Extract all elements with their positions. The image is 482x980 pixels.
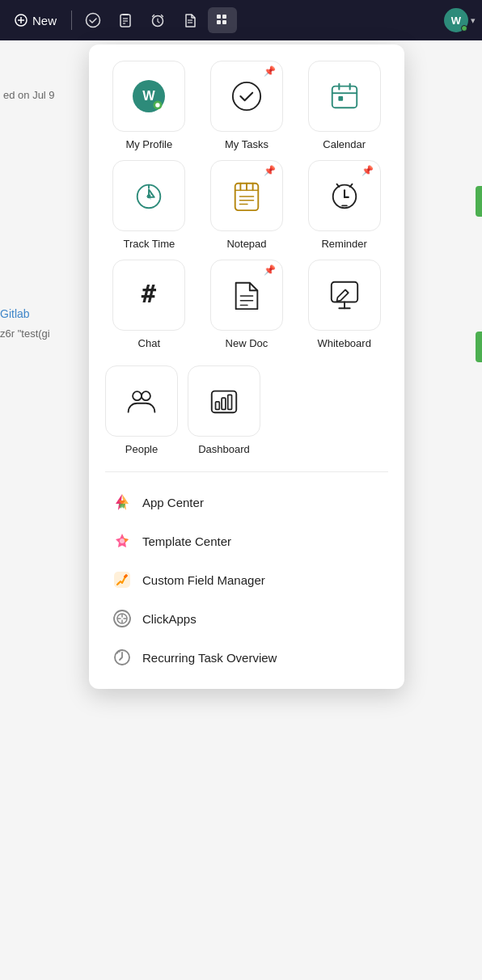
- svg-rect-25: [338, 96, 343, 101]
- new-doc-icon-box: 📌: [210, 260, 283, 331]
- tasks-pin: 📌: [264, 65, 276, 77]
- menu-app-center[interactable]: App Center: [105, 484, 388, 521]
- svg-point-54: [114, 610, 130, 627]
- dashboard-icon-box: [188, 365, 260, 437]
- app-my-profile[interactable]: W My Profile: [105, 61, 193, 150]
- app-dashboard[interactable]: Dashboard: [188, 365, 260, 455]
- app-track-time[interactable]: Track Time: [105, 160, 193, 250]
- svg-point-46: [133, 391, 142, 400]
- calendar-icon-box: [308, 61, 381, 132]
- app-people[interactable]: People: [105, 365, 178, 455]
- apps-dropdown: W My Profile 📌 My Tasks: [89, 44, 404, 689]
- svg-rect-11: [217, 15, 221, 19]
- reminder-icon-box: 📌: [308, 160, 381, 231]
- recurring-task-label: Recurring Task Overview: [142, 651, 277, 665]
- bg-date-text: ed on Jul 9: [3, 89, 55, 101]
- svg-rect-49: [216, 402, 220, 410]
- menu-template-center[interactable]: Template Center: [105, 522, 388, 560]
- doc-icon[interactable]: [175, 7, 205, 33]
- dashboard-svg: [208, 385, 240, 417]
- svg-rect-14: [222, 20, 226, 24]
- app-my-tasks[interactable]: 📌 My Tasks: [203, 61, 291, 150]
- svg-text:#: #: [142, 280, 157, 308]
- whiteboard-label: Whiteboard: [317, 337, 370, 349]
- track-time-label: Track Time: [123, 238, 175, 250]
- template-center-icon: [112, 530, 133, 551]
- app-whiteboard[interactable]: Whiteboard: [300, 260, 388, 349]
- new-doc-pin: 📌: [264, 264, 276, 276]
- whiteboard-icon-box: [308, 260, 381, 331]
- my-tasks-icon-box: 📌: [210, 61, 283, 132]
- template-center-label: Template Center: [142, 534, 231, 548]
- my-tasks-label: My Tasks: [225, 138, 268, 150]
- app-grid-row4: People Dashboard: [105, 365, 388, 455]
- people-label: People: [125, 443, 158, 455]
- notepad-svg: [230, 180, 263, 212]
- calendar-label: Calendar: [323, 138, 366, 150]
- svg-rect-51: [228, 395, 232, 409]
- menu-clickapps[interactable]: ClickApps: [105, 600, 388, 637]
- track-time-icon-box: [112, 160, 185, 231]
- notepad-pin: 📌: [264, 165, 276, 176]
- app-chat[interactable]: # Chat: [105, 260, 193, 349]
- svg-point-3: [87, 14, 100, 27]
- avatar-chevron: ▾: [471, 15, 476, 26]
- chat-label: Chat: [138, 337, 160, 349]
- svg-rect-13: [217, 20, 221, 24]
- bg-commit-text: z6r "test(gi: [0, 327, 50, 340]
- clickapps-icon: [112, 608, 133, 629]
- custom-field-manager-label: Custom Field Manager: [142, 573, 265, 587]
- svg-rect-21: [332, 87, 356, 108]
- bg-green-bar-1: [476, 186, 482, 217]
- people-svg: [125, 385, 158, 417]
- track-time-svg: [133, 180, 165, 212]
- svg-point-52: [120, 539, 125, 543]
- bg-gitlab-text: Gitlab: [0, 307, 30, 320]
- svg-text:W: W: [143, 88, 156, 103]
- custom-field-icon: [112, 569, 133, 590]
- menu-list: App Center Template Center: [105, 484, 388, 676]
- clipboard-icon[interactable]: [111, 7, 140, 33]
- new-doc-svg: [230, 279, 263, 311]
- bg-green-bar-2: [476, 332, 482, 362]
- svg-rect-53: [114, 572, 130, 588]
- app-calendar[interactable]: Calendar: [300, 61, 388, 150]
- dashboard-label: Dashboard: [198, 443, 250, 455]
- app-reminder[interactable]: 📌 Reminder: [300, 160, 388, 250]
- online-indicator: [461, 25, 467, 32]
- tasks-svg: [230, 80, 263, 112]
- my-profile-icon-box: W: [112, 61, 185, 132]
- calendar-svg: [328, 80, 361, 112]
- menu-divider: [105, 471, 388, 472]
- svg-rect-45: [331, 282, 357, 302]
- tasks-icon[interactable]: [78, 7, 108, 33]
- svg-rect-12: [222, 15, 226, 19]
- chat-icon-box: #: [112, 260, 185, 331]
- new-label: New: [32, 14, 57, 27]
- people-icon-box: [105, 365, 178, 437]
- alarm-icon[interactable]: [143, 7, 172, 33]
- clickapps-label: ClickApps: [142, 612, 197, 626]
- profile-svg: W: [133, 80, 165, 112]
- my-profile-label: My Profile: [125, 138, 172, 150]
- app-grid: W My Profile 📌 My Tasks: [105, 61, 388, 349]
- app-notepad[interactable]: 📌 Notepad: [203, 160, 291, 250]
- reminder-label: Reminder: [321, 238, 366, 250]
- svg-point-19: [156, 103, 160, 107]
- menu-custom-field-manager[interactable]: Custom Field Manager: [105, 561, 388, 598]
- new-button[interactable]: New: [6, 9, 65, 32]
- grid-icon[interactable]: [208, 7, 237, 33]
- whiteboard-svg: [328, 279, 361, 311]
- toolbar: New: [0, 0, 482, 40]
- notepad-label: Notepad: [226, 238, 266, 250]
- recurring-icon: [112, 647, 133, 668]
- chat-svg: #: [133, 279, 165, 311]
- app-new-doc[interactable]: 📌 New Doc: [203, 260, 291, 349]
- user-menu[interactable]: W ▾: [444, 8, 476, 32]
- notepad-icon-box: 📌: [210, 160, 283, 231]
- menu-recurring-task-overview[interactable]: Recurring Task Overview: [105, 639, 388, 676]
- toolbar-divider: [71, 11, 72, 30]
- reminder-svg: [328, 180, 361, 212]
- svg-point-20: [233, 82, 260, 110]
- reminder-pin: 📌: [362, 165, 374, 176]
